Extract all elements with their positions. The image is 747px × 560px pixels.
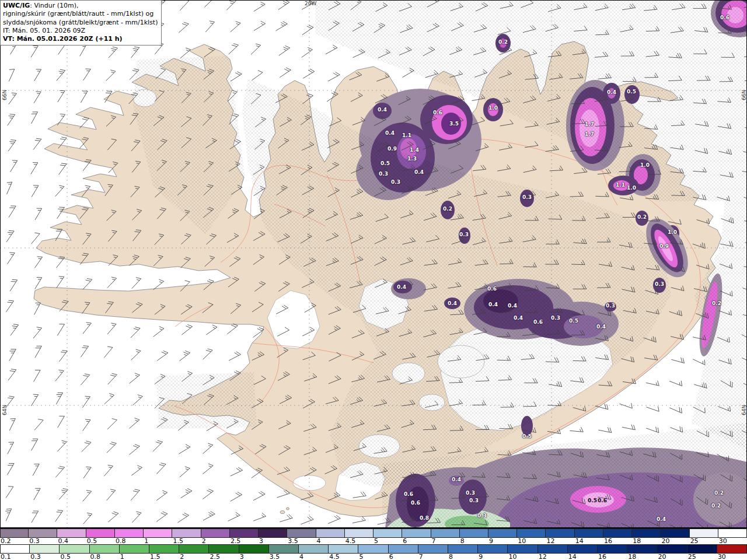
rain-scale-row: 0.10.30.50.811.522.533.544.5567891012141…	[0, 544, 747, 560]
snow-scale-cell: 16	[603, 528, 632, 544]
snow-scale-swatch	[57, 528, 86, 538]
lat-label-left-64n: 64N	[2, 405, 8, 415]
snow-scale-swatch	[546, 528, 574, 538]
snow-scale-value: 4.5	[345, 538, 374, 544]
snow-scale-value: 2.5	[230, 538, 259, 544]
valid-time: VT: Mán. 05.01.2026 20Z (+11 h)	[3, 35, 158, 43]
snow-scale-swatch	[517, 528, 546, 538]
rain-scale-value: 8	[448, 554, 478, 560]
rain-scale-swatch	[120, 544, 149, 554]
rain-scale-value: 20	[657, 554, 687, 560]
rain-scale-value: 30	[717, 554, 747, 560]
rain-scale-value: 1	[120, 554, 149, 560]
snow-scale-swatch	[488, 528, 517, 538]
snow-scale-value: 0.5	[86, 538, 115, 544]
snow-scale-cell: 1	[144, 528, 172, 544]
snow-scale-value: 30	[718, 538, 747, 544]
rain-scale-swatch	[179, 544, 209, 554]
snow-scale-cell: 10	[517, 528, 546, 544]
rain-scale-value: 12	[538, 554, 568, 560]
rain-scale-swatch	[389, 544, 418, 554]
snow-scale-cell: 6	[402, 528, 431, 544]
rain-scale-value: 1.5	[149, 554, 179, 560]
snow-scale-swatch	[431, 528, 460, 538]
rain-scale-value: 5	[358, 554, 388, 560]
snow-scale-cell: 2.5	[230, 528, 259, 544]
snow-scale-value: 0.4	[57, 538, 86, 544]
rain-scale-cell: 9	[478, 544, 508, 560]
snow-scale-swatch	[144, 528, 172, 538]
snow-scale-value: 16	[603, 538, 632, 544]
lat-label-right-66n: 66N	[741, 90, 747, 100]
snow-scale-cell: 0.5	[86, 528, 115, 544]
snow-scale-swatch	[690, 528, 718, 538]
rain-scale-value: 6	[389, 554, 418, 560]
rain-scale-swatch	[329, 544, 358, 554]
vestmannaeyjar-island	[280, 511, 285, 514]
rain-scale-cell: 0.5	[60, 544, 89, 560]
lon-label-20w: 20W	[305, 1, 316, 6]
rain-scale-swatch	[538, 544, 568, 554]
snow-scale-swatch	[115, 528, 144, 538]
rain-scale-value: 16	[598, 554, 627, 560]
snow-scale-cell: 4	[316, 528, 345, 544]
rain-scale-swatch	[239, 544, 269, 554]
rain-scale-swatch	[149, 544, 179, 554]
rain-scale-value: 18	[627, 554, 657, 560]
snow-scale-cell: 30	[718, 528, 747, 544]
rain-scale-cell: 25	[687, 544, 717, 560]
snow-scale-cell: 18	[632, 528, 661, 544]
snow-scale-swatch	[201, 528, 230, 538]
rain-scale-cell: 3.5	[269, 544, 299, 560]
rain-scale-cell: 4.5	[329, 544, 358, 560]
rain-scale-value: 3.5	[269, 554, 299, 560]
lat-label-right-64n: 64N	[741, 405, 747, 415]
rain-scale-swatch	[657, 544, 687, 554]
snow-scale-value: 0.2	[0, 538, 29, 544]
snow-scale-cell: 3	[259, 528, 287, 544]
product-variable: : Vindur (10m),	[30, 2, 78, 9]
rain-scale-swatch	[627, 544, 657, 554]
rain-scale-swatch	[598, 544, 627, 554]
snow-scale-swatch	[259, 528, 287, 538]
rain-scale-value: 3	[239, 554, 269, 560]
legend-desc-rain: rigning/skúrir (grænt/blátt/rautt - mm/1…	[3, 10, 158, 18]
rain-scale-swatch	[0, 544, 30, 554]
rain-scale-cell: 16	[598, 544, 627, 560]
snow-scale-value: 3.5	[287, 538, 316, 544]
rain-scale-cell: 30	[717, 544, 747, 560]
rain-scale-cell: 20	[657, 544, 687, 560]
snow-scale-value: 25	[690, 538, 718, 544]
snow-scale-value: 6	[402, 538, 431, 544]
snow-scale-cell: 0.8	[115, 528, 144, 544]
snow-scale-value: 2	[201, 538, 230, 544]
rain-scale-cell: 0.1	[0, 544, 30, 560]
snow-scale-swatch	[29, 528, 57, 538]
rain-scale-cell: 1	[120, 544, 149, 560]
snow-scale-swatch	[632, 528, 661, 538]
rain-scale-swatch	[60, 544, 89, 554]
snow-scale-swatch	[460, 528, 488, 538]
rain-scale-cell: 2.5	[209, 544, 239, 560]
snow-scale-swatch	[0, 528, 29, 538]
snow-scale-swatch	[345, 528, 374, 538]
snow-scale-value: 1	[144, 538, 172, 544]
legend-desc-snow: slydda/snjókoma (grátt/bleikt/grænt - mm…	[3, 19, 158, 27]
rain-scale-swatch	[299, 544, 329, 554]
snow-scale-cell: 0.4	[57, 528, 86, 544]
rain-scale-value: 10	[508, 554, 537, 560]
map-title-box: UWC/IG: Vindur (10m), rigning/skúrir (gr…	[0, 0, 162, 46]
eyjafjallajokull-glacier	[293, 475, 326, 491]
snow-scale-cell: 3.5	[287, 528, 316, 544]
rain-scale-value: 2.5	[209, 554, 239, 560]
rain-scale-value: 4.5	[329, 554, 358, 560]
snow-scale-swatch	[230, 528, 259, 538]
snow-scale-swatch	[287, 528, 316, 538]
snow-scale-value: 5	[374, 538, 402, 544]
snow-scale-value: 0.8	[115, 538, 144, 544]
rain-scale-cell: 10	[508, 544, 537, 560]
rain-scale-cell: 14	[568, 544, 598, 560]
snow-scale-swatch	[374, 528, 402, 538]
rain-scale-swatch	[209, 544, 239, 554]
rain-scale-cell: 18	[627, 544, 657, 560]
